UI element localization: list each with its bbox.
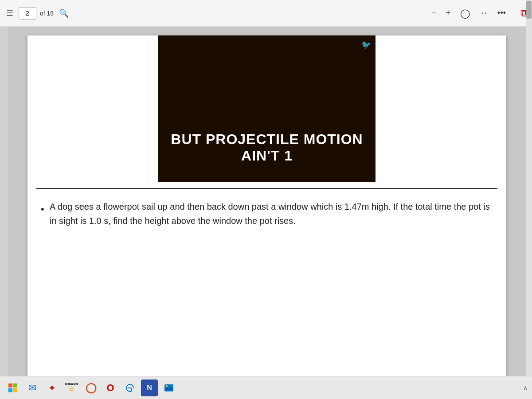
office-taskbar-icon[interactable]: ◯ (82, 379, 99, 396)
content-area: 🐦 BUT PROJECTILE MOTION AIN'T 1 • A dog … (8, 27, 526, 399)
photo-taskbar-icon[interactable] (160, 379, 177, 396)
slide-line1: BUT PROJECTILE MOTION (171, 131, 363, 148)
page-number-input[interactable] (19, 7, 36, 20)
svg-rect-1 (13, 383, 17, 387)
mail-taskbar-icon[interactable]: ✉ (24, 379, 41, 396)
search-icon[interactable]: 🔍 (57, 7, 70, 20)
svg-rect-2 (8, 388, 12, 392)
taskbar: ✉ ✦ amazon ≈ ◯ O N ∧ (0, 376, 532, 399)
bullet-dot: • (41, 201, 45, 217)
amazon-smile-icon: ≈ (70, 386, 74, 394)
bullet-item: • A dog sees a flowerpot sail up and the… (41, 200, 493, 228)
toolbar-left: ☰ of 18 🔍 (4, 7, 70, 20)
toolbar: ☰ of 18 🔍 − + ◯ ↔ ••• ⧉ (0, 0, 532, 27)
more-options-button[interactable]: ••• (496, 8, 508, 19)
scrollbar-right[interactable]: ▼ (526, 0, 532, 399)
zoom-out-button[interactable]: − (430, 8, 438, 19)
edge-taskbar-icon[interactable] (121, 379, 138, 396)
opera-taskbar-icon[interactable]: O (102, 379, 119, 396)
content-divider (36, 188, 497, 189)
pdf-page: 🐦 BUT PROJECTILE MOTION AIN'T 1 • A dog … (27, 35, 506, 381)
amazon-taskbar-icon[interactable]: amazon ≈ (63, 379, 80, 396)
text-content-area: • A dog sees a flowerpot sail up and the… (27, 195, 506, 241)
bullet-text: A dog sees a flowerpot sail up and then … (50, 200, 493, 228)
windows-taskbar-icon[interactable] (4, 379, 21, 396)
slide-text-block: BUT PROJECTILE MOTION AIN'T 1 (171, 131, 363, 164)
scroll-thumb[interactable] (526, 1, 532, 19)
svg-rect-3 (13, 388, 17, 392)
toolbar-right: − + ◯ ↔ ••• ⧉ (430, 7, 528, 20)
slide-line2: AIN'T 1 (171, 148, 363, 164)
notepad-taskbar-icon[interactable]: N (141, 379, 158, 396)
system-tray-chevron[interactable]: ∧ (523, 384, 528, 391)
page-of-label: of 18 (40, 10, 54, 17)
svg-rect-4 (164, 384, 173, 391)
menu-icon[interactable]: ☰ (4, 7, 15, 20)
svg-rect-0 (8, 383, 12, 387)
toolbar-divider (514, 7, 514, 20)
slide-cursor-marker: 🐦 (361, 40, 371, 50)
zoom-in-button[interactable]: + (444, 8, 453, 19)
left-sidebar-strip (0, 27, 8, 390)
help-icon[interactable]: ◯ (458, 7, 472, 20)
amazon-text: amazon (65, 382, 78, 386)
taskbar-right: ∧ (523, 384, 528, 391)
fit-page-icon[interactable]: ↔ (478, 8, 489, 19)
apps-taskbar-icon[interactable]: ✦ (43, 379, 60, 396)
slide-image: 🐦 BUT PROJECTILE MOTION AIN'T 1 (158, 35, 376, 182)
svg-point-6 (166, 385, 168, 387)
